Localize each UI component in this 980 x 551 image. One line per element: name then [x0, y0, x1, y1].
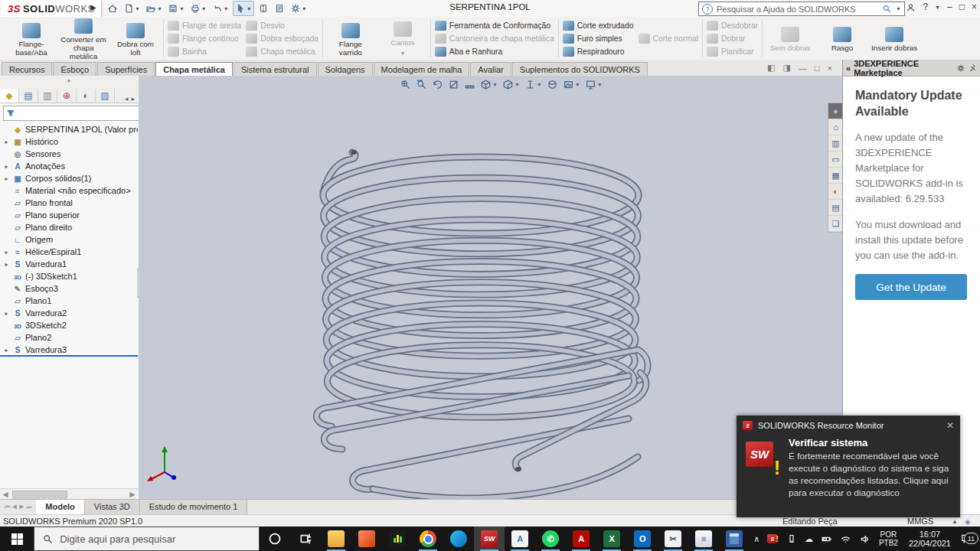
tree-horizontal-scrollbar[interactable]: ◀ ▶ [0, 488, 138, 500]
scroll-left-arrow[interactable]: ◀ [0, 491, 11, 498]
expander-icon[interactable]: ▸ [3, 310, 10, 317]
minimize-button[interactable]: – [947, 2, 952, 12]
rollback-bar[interactable] [0, 355, 138, 357]
tree-item-varredura1[interactable]: ▸SVarredura1 [0, 258, 138, 270]
ribbon-button-converter-em-chapa-met-lica[interactable]: Converter em chapa metálica [60, 16, 107, 60]
display-style-icon[interactable]: ▼ [502, 79, 520, 90]
tab-recursos[interactable]: Recursos [2, 62, 52, 76]
collapse-panel-icon[interactable]: « [846, 64, 851, 73]
restore-button[interactable]: □ [959, 2, 965, 12]
tree-item-sensores[interactable]: ◎Sensores [0, 148, 138, 160]
acrobat-icon[interactable]: A [566, 527, 596, 551]
tree-item-esbo-o3[interactable]: ✎Esboço3 [0, 282, 138, 295]
tree-item-varredura2[interactable]: ▸SVarredura2 [0, 307, 138, 319]
ribbon-button-furo-simples[interactable]: Furo simples [563, 32, 634, 44]
solidworks-forum-icon[interactable]: ❏ [828, 216, 843, 232]
outlook-icon[interactable]: O [627, 527, 658, 551]
tab-chapa-met-lica[interactable]: Chapa metálica [155, 62, 233, 76]
tree-item-varredura3[interactable]: ▸SVarredura3 [0, 344, 138, 356]
calculator-icon[interactable] [719, 527, 750, 551]
toast-close-icon[interactable]: ✕ [946, 420, 954, 431]
tray-chevron-icon[interactable]: ∧ [750, 534, 763, 544]
start-button[interactable] [0, 527, 34, 551]
tab-sistema-estrutural[interactable]: Sistema estrutural [234, 62, 317, 76]
ribbon-button-rasgo[interactable]: Rasgo [818, 24, 866, 52]
tree-item-anota-es[interactable]: ▸AAnotações [0, 160, 138, 172]
tree-item-corpos-s-lidos-1-[interactable]: ▸▣Corpos sólidos(1) [0, 172, 138, 184]
pin-icon[interactable] [969, 64, 978, 73]
view-settings-icon[interactable]: ▼ [585, 79, 603, 90]
hide-show-items-icon[interactable]: ▼ [524, 79, 542, 90]
edit-appearance-icon[interactable] [547, 79, 558, 90]
ribbon-button-aba-e-ranhura[interactable]: Aba e Ranhura [435, 45, 554, 57]
tree-item-3dsketch2[interactable]: 3D3DSketch2 [0, 319, 138, 331]
previous-view-icon[interactable] [432, 79, 443, 90]
dimxpert-manager-tab[interactable]: ⊕ [57, 89, 77, 103]
tray-solidworks-monitor-icon[interactable]: S! [763, 534, 782, 543]
clock[interactable]: 16:0722/04/2021 [903, 530, 957, 548]
tab-esbo-o[interactable]: Esboço [53, 62, 96, 76]
dropdown-arrow-icon[interactable]: ▼ [575, 82, 580, 87]
design-library-icon[interactable]: ▥ [828, 135, 843, 152]
section-view-icon[interactable] [448, 79, 459, 90]
previous-window-icon[interactable]: ◧ [767, 63, 775, 73]
expander-icon[interactable]: ▸ [3, 139, 10, 145]
ribbon-button-corte-extrudado[interactable]: Corte extrudado [563, 19, 634, 31]
tree-item-plano-direito[interactable]: ▱Plano direito [0, 221, 138, 233]
notification-center-icon[interactable]: 11 [957, 533, 980, 545]
display-manager-tab[interactable]: ◐ [77, 89, 96, 103]
zoom-to-fit-icon[interactable] [400, 79, 411, 90]
panel-splitter[interactable]: ● [0, 76, 138, 88]
measure-icon[interactable] [464, 79, 475, 90]
tree-item-plano-superior[interactable]: ▱Plano superior [0, 209, 138, 221]
units-indicator[interactable]: MMGS [907, 517, 933, 526]
ribbon-button-dobra-com-loft[interactable]: Dobra com loft [112, 21, 159, 57]
fm-scroll-right-icon[interactable]: ▸ [131, 95, 135, 103]
tray-wifi-icon[interactable] [836, 533, 855, 545]
autocad-icon[interactable]: A [505, 527, 535, 551]
whatsapp-icon[interactable]: ✆ [535, 527, 566, 551]
expander-icon[interactable]: ▸ [3, 249, 10, 256]
tree-item-material-n-o-especificado-[interactable]: ≡Material <não especificado> [0, 184, 138, 197]
ribbon-button-inserir-dobras[interactable]: Inserir dobras [871, 24, 918, 52]
tray-device-icon[interactable] [782, 533, 801, 544]
tab-avaliar[interactable]: Avaliar [470, 62, 511, 76]
appearances-scenes-icon[interactable]: ◐ [828, 184, 843, 200]
dropdown-arrow-icon[interactable]: ▼ [400, 49, 405, 57]
expander-icon[interactable]: ▸ [3, 347, 10, 354]
chrome-icon[interactable] [413, 527, 443, 551]
tray-volume-icon[interactable] [855, 533, 874, 545]
fm-tab-arrows[interactable]: ◂▸ [125, 95, 138, 103]
custom-properties-icon[interactable]: ▤ [828, 200, 843, 216]
view-palette-icon[interactable]: ▦ [828, 168, 843, 184]
close-button[interactable]: × [972, 2, 977, 12]
file-explorer-icon[interactable] [321, 527, 351, 551]
next-window-icon[interactable]: ◨ [782, 63, 790, 73]
view-orientation-icon[interactable]: ▼ [480, 79, 498, 90]
doc-tab-modelo[interactable]: Modelo [36, 500, 85, 515]
dropdown-arrow-icon[interactable]: ▼ [492, 82, 498, 87]
ribbon-button-ferramenta-de-conforma-o[interactable]: Ferramenta de Conformação [435, 19, 554, 31]
solidworks-resources-icon[interactable]: ⌂ [828, 119, 843, 135]
tree-item-serpentina-1pol-valor-predet[interactable]: ◆SERPENTINA 1POL (Valor predeterm [0, 123, 138, 135]
search-dropdown-arrow[interactable]: ▼ [896, 6, 901, 11]
dropdown-arrow-icon[interactable]: ▼ [537, 82, 542, 87]
tree-item-plano-frontal[interactable]: ▱Plano frontal [0, 197, 138, 209]
apply-scene-icon[interactable]: ▼ [563, 79, 580, 90]
tray-onedrive-icon[interactable]: ☁ [801, 534, 817, 544]
excel-icon[interactable]: X [596, 527, 627, 551]
taskbar-search[interactable]: Digite aqui para pesquisar [34, 527, 260, 551]
feature-manager-tab[interactable]: ◆ [0, 89, 19, 103]
tag-icon[interactable]: ◈ [965, 517, 971, 526]
expander-icon[interactable]: ▸ [3, 261, 10, 268]
ribbon-button-flange-varrido[interactable]: Flange varrido [327, 21, 374, 57]
cortana-icon[interactable] [260, 527, 290, 551]
scroll-right-arrow[interactable]: ▶ [127, 491, 138, 498]
user-account-icon[interactable] [906, 2, 916, 12]
tree-item-origem[interactable]: ∟Origem [0, 233, 138, 246]
help-dropdown-arrow[interactable]: ▼ [935, 5, 940, 10]
window-restore-icon[interactable]: □ [815, 64, 820, 73]
tree-item--3dsketch1[interactable]: 3D(-) 3DSketch1 [0, 270, 138, 282]
tab-suplementos-do-solidworks[interactable]: Suplementos do SOLIDWORKS [512, 62, 648, 76]
search-icon[interactable] [882, 4, 892, 14]
